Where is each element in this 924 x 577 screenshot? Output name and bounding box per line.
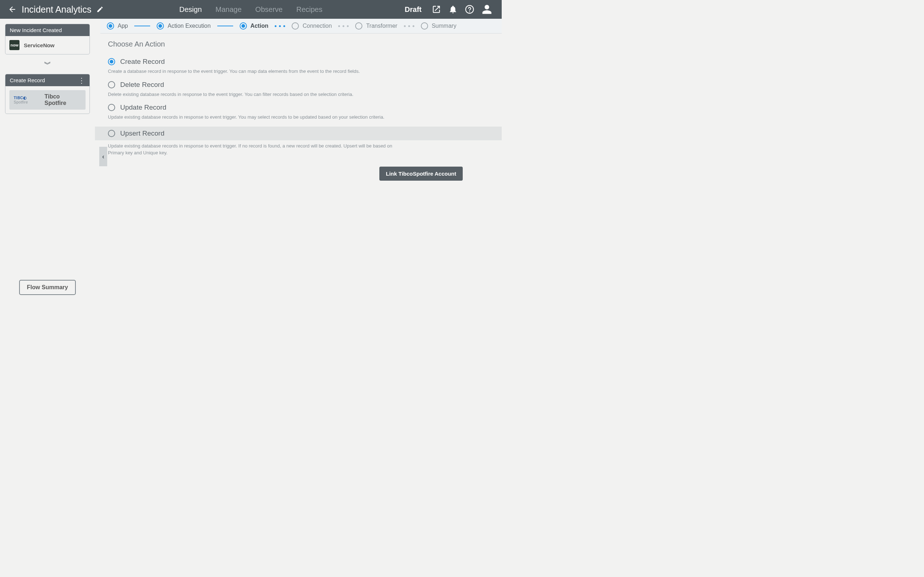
trigger-node-title: New Incident Created: [10, 27, 62, 33]
crumb-radio-app: [107, 23, 114, 29]
action-create-record[interactable]: Create Record Create a database record i…: [108, 56, 492, 79]
action-node[interactable]: Create Record ⋮ TIBC◐ Spotfire Tibco Spo…: [5, 74, 90, 114]
radio-create-record[interactable]: [108, 58, 115, 65]
radio-upsert-record[interactable]: [108, 130, 115, 137]
crumb-radio-action: [240, 23, 247, 29]
action-app-chip[interactable]: TIBC◐ Spotfire Tibco Spotfire: [10, 90, 86, 110]
trigger-app-label: ServiceNow: [24, 42, 55, 48]
action-update-record[interactable]: Update Record Update existing database r…: [108, 102, 492, 124]
flow-connector: ︾: [5, 55, 90, 74]
action-upsert-record[interactable]: Upsert Record Update existing database r…: [108, 124, 492, 160]
tab-observe[interactable]: Observe: [255, 0, 283, 19]
flow-summary-button[interactable]: Flow Summary: [19, 280, 76, 295]
crumb-radio-summary: [421, 23, 428, 29]
tab-recipes[interactable]: Recipes: [296, 0, 322, 19]
action-delete-record[interactable]: Delete Record Delete existing database r…: [108, 79, 492, 102]
action-app-label: Tibco Spotfire: [44, 93, 81, 106]
tibco-icon: TIBC◐ Spotfire: [14, 95, 41, 104]
help-icon[interactable]: [465, 5, 474, 14]
trigger-node[interactable]: New Incident Created now ServiceNow: [5, 24, 90, 55]
user-icon[interactable]: [481, 4, 492, 15]
trigger-app-chip[interactable]: now ServiceNow: [10, 40, 86, 50]
header-left: Incident Analytics: [0, 4, 103, 15]
crumb-radio-connection: [292, 23, 299, 29]
double-chevron-down-icon: ︾: [44, 62, 51, 66]
tab-manage[interactable]: Manage: [215, 0, 241, 19]
tab-design[interactable]: Design: [179, 0, 202, 19]
crumb-summary[interactable]: Summary: [421, 23, 456, 29]
radio-delete-record[interactable]: [108, 81, 115, 89]
radio-update-record[interactable]: [108, 104, 115, 111]
flow-sidebar: New Incident Created now ServiceNow ︾ Cr…: [0, 19, 95, 313]
crumb-app[interactable]: App: [107, 23, 128, 29]
open-external-icon[interactable]: [432, 5, 441, 14]
crumb-radio-exec: [157, 23, 164, 29]
bell-icon[interactable]: [448, 5, 458, 14]
crumb-action-execution[interactable]: Action Execution: [157, 23, 210, 29]
crumb-radio-transformer: [355, 23, 362, 29]
back-arrow-icon[interactable]: [8, 5, 16, 14]
header-tabs: Design Manage Observe Recipes: [179, 0, 322, 19]
action-node-title: Create Record: [10, 77, 45, 83]
action-content: Choose An Action Create Record Create a …: [95, 34, 502, 313]
trigger-node-header: New Incident Created: [5, 24, 89, 36]
header-right: Draft: [405, 4, 502, 15]
app-header: Incident Analytics Design Manage Observe…: [0, 0, 502, 19]
kebab-menu-icon[interactable]: ⋮: [78, 79, 85, 82]
crumb-connection[interactable]: Connection: [292, 23, 332, 29]
servicenow-icon: now: [10, 40, 19, 50]
action-node-header: Create Record ⋮: [5, 74, 89, 86]
status-badge: Draft: [405, 5, 422, 14]
section-title: Choose An Action: [108, 40, 492, 48]
link-account-button[interactable]: Link TibcoSpotfire Account: [380, 167, 463, 181]
step-breadcrumb: App Action Execution Action Connection T…: [100, 19, 502, 34]
crumb-action[interactable]: Action: [240, 23, 268, 29]
edit-icon[interactable]: [96, 6, 103, 13]
main-panel: App Action Execution Action Connection T…: [95, 19, 502, 313]
action-list: Create Record Create a database record i…: [108, 56, 492, 160]
page-title: Incident Analytics: [22, 4, 91, 15]
crumb-transformer[interactable]: Transformer: [355, 23, 397, 29]
